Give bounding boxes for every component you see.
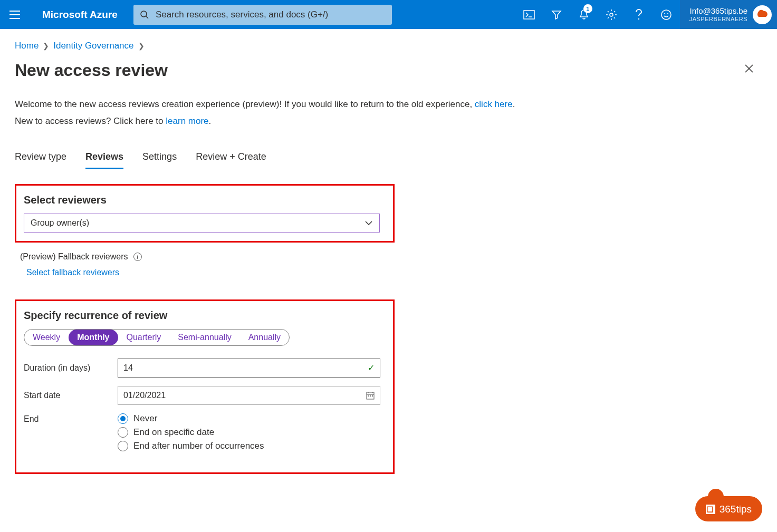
page-title: New access review: [15, 61, 168, 80]
start-date-label: Start date: [24, 391, 118, 400]
notifications-button[interactable]: 1: [570, 0, 598, 29]
cloud-shell-button[interactable]: [515, 0, 543, 29]
intro-line2a: New to access reviews? Click here to: [15, 116, 166, 126]
intro-line2b: .: [209, 116, 212, 126]
hamburger-menu[interactable]: [0, 11, 29, 19]
search-wrap: [133, 5, 392, 25]
duration-row: Duration (in days) 14 ✓: [24, 359, 386, 378]
search-icon: [140, 10, 149, 20]
recurrence-heading: Specify recurrence of review: [24, 309, 386, 322]
end-never-label: Never: [133, 413, 157, 424]
select-fallback-link[interactable]: Select fallback reviewers: [26, 268, 762, 277]
duration-input[interactable]: 14 ✓: [118, 359, 380, 378]
notification-badge: 1: [583, 4, 592, 13]
hamburger-icon: [9, 11, 20, 19]
account-block[interactable]: Info@365tips.be JASPERBERNAERS: [680, 0, 777, 29]
help-button[interactable]: [625, 0, 653, 29]
pill-annually[interactable]: Annually: [240, 330, 289, 345]
select-reviewers-heading: Select reviewers: [24, 194, 386, 206]
info-icon[interactable]: i: [133, 253, 142, 261]
search-box[interactable]: [133, 5, 392, 25]
start-date-input[interactable]: 01/20/2021: [118, 386, 380, 405]
fallback-reviewers-label: (Preview) Fallback reviewers i: [20, 252, 762, 262]
svg-rect-8: [368, 395, 369, 396]
intro-text: Welcome to the new access reviews creati…: [15, 96, 762, 130]
fallback-label-text: (Preview) Fallback reviewers: [20, 252, 128, 262]
svg-rect-10: [372, 395, 373, 396]
settings-button[interactable]: [598, 0, 625, 29]
end-specific-label: End on specific date: [133, 427, 214, 438]
svg-point-4: [661, 10, 671, 20]
svg-point-0: [141, 11, 147, 17]
tab-settings[interactable]: Settings: [142, 146, 177, 169]
pill-quarterly[interactable]: Quarterly: [118, 330, 170, 345]
svg-point-5: [664, 13, 665, 14]
recurrence-pills: Weekly Monthly Quarterly Semi-annually A…: [24, 329, 290, 346]
svg-rect-9: [370, 395, 371, 396]
duration-value: 14: [123, 363, 133, 373]
breadcrumb-identity[interactable]: Identity Governance: [53, 41, 133, 51]
search-input[interactable]: [156, 9, 386, 20]
intro-line1b: .: [513, 99, 515, 109]
end-label: End: [24, 413, 118, 424]
tab-review-create[interactable]: Review + Create: [196, 146, 266, 169]
tabs: Review type Reviews Settings Review + Cr…: [15, 146, 762, 169]
breadcrumb: Home ❯ Identity Governance ❯: [15, 41, 762, 51]
click-here-link[interactable]: click here: [475, 99, 513, 109]
end-options: Never End on specific date End after num…: [118, 413, 264, 451]
svg-point-3: [638, 18, 639, 19]
gear-icon: [606, 9, 617, 21]
start-date-value: 01/20/2021: [123, 391, 166, 400]
help-icon: [635, 9, 642, 21]
pill-semi-annually[interactable]: Semi-annually: [169, 330, 239, 345]
intro-line1a: Welcome to the new access reviews creati…: [15, 99, 475, 109]
reviewers-dropdown-value: Group owner(s): [31, 218, 89, 228]
pill-weekly[interactable]: Weekly: [24, 330, 69, 345]
svg-point-6: [667, 13, 668, 14]
radio-icon: [118, 427, 128, 438]
svg-point-2: [610, 13, 613, 16]
account-text: Info@365tips.be JASPERBERNAERS: [689, 6, 747, 23]
content-area: Home ❯ Identity Governance ❯ New access …: [0, 29, 777, 494]
brand-label[interactable]: Microsoft Azure: [29, 9, 133, 21]
radio-icon: [118, 413, 128, 424]
breadcrumb-home[interactable]: Home: [15, 41, 39, 51]
chevron-down-icon: [364, 220, 373, 226]
page-title-row: New access review: [15, 61, 762, 80]
reviewers-dropdown[interactable]: Group owner(s): [24, 214, 380, 233]
close-icon: [744, 64, 754, 73]
close-button[interactable]: [741, 61, 757, 76]
calendar-icon: [366, 391, 375, 400]
end-row: End Never End on specific date End after…: [24, 413, 386, 451]
check-icon: ✓: [368, 363, 375, 373]
account-email: Info@365tips.be: [689, 6, 747, 16]
recurrence-section: Specify recurrence of review Weekly Mont…: [15, 299, 395, 474]
learn-more-link[interactable]: learn more: [166, 116, 208, 126]
smiley-icon: [660, 9, 672, 21]
top-icons: 1 Info@365tips.be JASPERBERNAERS: [515, 0, 777, 29]
account-tenant: JASPERBERNAERS: [689, 16, 747, 23]
chevron-right-icon: ❯: [43, 42, 49, 50]
start-date-row: Start date 01/20/2021: [24, 386, 386, 405]
feedback-button[interactable]: [653, 0, 680, 29]
end-specific-date-option[interactable]: End on specific date: [118, 427, 264, 438]
filter-icon: [551, 9, 562, 20]
cloud-shell-icon: [523, 10, 535, 20]
pill-monthly[interactable]: Monthly: [69, 330, 118, 345]
chevron-right-icon: ❯: [138, 42, 145, 50]
end-occurrences-option[interactable]: End after number of occurrences: [118, 441, 264, 451]
tab-reviews[interactable]: Reviews: [85, 146, 123, 169]
end-never-option[interactable]: Never: [118, 413, 264, 424]
avatar-icon: [755, 9, 769, 20]
duration-label: Duration (in days): [24, 363, 118, 373]
avatar[interactable]: [753, 5, 772, 24]
select-reviewers-section: Select reviewers Group owner(s): [15, 184, 395, 243]
radio-icon: [118, 441, 128, 451]
directory-filter-button[interactable]: [543, 0, 570, 29]
svg-rect-1: [524, 11, 534, 19]
top-bar: Microsoft Azure 1 Info@365tips.be: [0, 0, 777, 29]
end-occurrences-label: End after number of occurrences: [133, 441, 264, 451]
tab-review-type[interactable]: Review type: [15, 146, 66, 169]
